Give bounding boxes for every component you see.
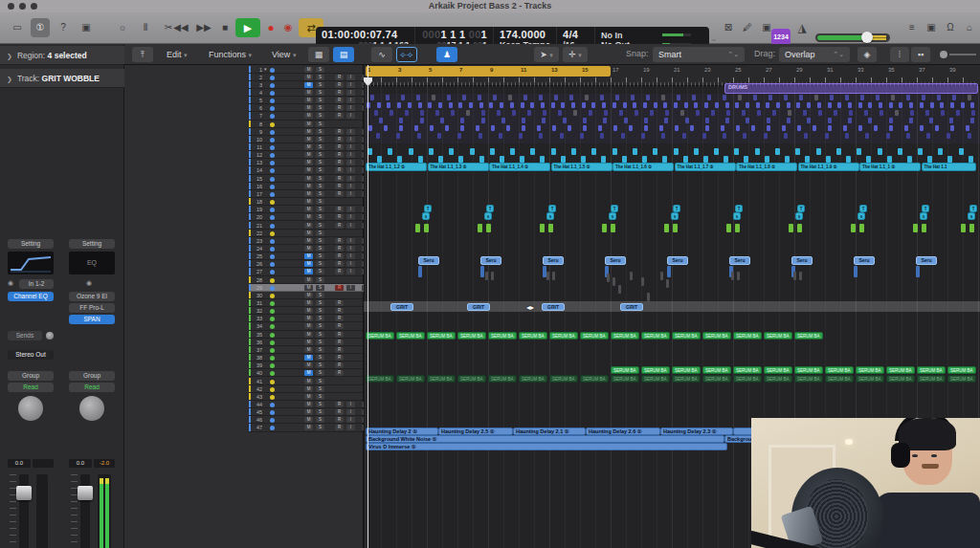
serum-midi-region[interactable]: Seru xyxy=(729,256,750,265)
pan-knob[interactable] xyxy=(18,396,43,421)
drums-folder-region[interactable]: DRUMS xyxy=(724,83,978,94)
track-solo-button[interactable]: S xyxy=(316,293,324,298)
serum-audio-region[interactable]: SERUM BA xyxy=(733,366,762,374)
track-solo-button[interactable]: S xyxy=(316,394,324,400)
track-record-button[interactable]: R xyxy=(335,238,344,244)
track-input-monitor-button[interactable]: I xyxy=(346,285,355,291)
track-record-button[interactable]: R xyxy=(335,137,344,142)
serum-audio-region[interactable]: SERUM BA xyxy=(764,375,792,383)
serum-audio-region[interactable]: SERUM BA xyxy=(794,366,823,374)
track-mute-button[interactable]: M xyxy=(304,238,313,244)
track-solo-button[interactable]: S xyxy=(316,261,324,267)
serum-audio-region[interactable]: SERUM BA xyxy=(825,375,854,383)
serum-audio-region[interactable]: SERUM BA xyxy=(549,332,578,340)
track-solo-button[interactable]: S xyxy=(316,75,324,80)
track-record-button[interactable]: R xyxy=(335,300,344,306)
send-knob[interactable] xyxy=(46,332,54,340)
stacked-region-s[interactable]: s xyxy=(609,212,616,220)
v-zoom-slider[interactable] xyxy=(949,54,976,55)
track-input-monitor-button[interactable]: I xyxy=(346,409,355,415)
track-solo-button[interactable]: S xyxy=(316,67,324,73)
view-menu[interactable]: View ▾ xyxy=(264,47,303,62)
serum-audio-region[interactable]: SERUM BA xyxy=(672,332,701,340)
track-mute-button[interactable]: M xyxy=(304,90,313,96)
track-input-monitor-button[interactable]: I xyxy=(346,152,355,158)
output-fader[interactable] xyxy=(80,474,90,548)
track-record-button[interactable]: R xyxy=(335,98,344,103)
serum-audio-region[interactable]: SERUM BA xyxy=(641,366,670,374)
track-solo-button[interactable]: S xyxy=(316,402,324,407)
track-input-monitor-button[interactable]: I xyxy=(346,425,355,430)
output-automation-mode[interactable]: Read xyxy=(69,383,115,392)
track-input-monitor-button[interactable]: I xyxy=(346,207,355,212)
track-record-button[interactable]: R xyxy=(335,340,344,345)
grit-midi-region[interactable]: GRIT xyxy=(390,303,413,311)
output-volume-value[interactable]: 0.0 xyxy=(69,459,92,468)
track-record-button[interactable]: R xyxy=(335,82,344,88)
track-input-monitor-button[interactable]: I xyxy=(346,238,355,244)
stacked-region-t[interactable]: T xyxy=(486,205,494,212)
track-solo-button[interactable]: S xyxy=(316,277,324,283)
track-mute-button[interactable]: M xyxy=(304,261,313,267)
drag-dropdown[interactable]: Overlap⌃⌄ xyxy=(779,47,850,62)
automation-mode-button[interactable]: Read xyxy=(8,383,54,392)
serum-audio-region[interactable]: SERUM BA xyxy=(611,332,639,340)
track-mute-button[interactable]: M xyxy=(304,75,313,80)
audio-region[interactable]: Haunting Delay 2.5 ① xyxy=(438,427,513,435)
track-mute-button[interactable]: M xyxy=(304,355,313,361)
record-button[interactable]: ● xyxy=(262,18,279,37)
output-format-icon[interactable]: ◉ xyxy=(86,279,96,289)
serum-audio-region[interactable]: SERUM BA xyxy=(488,375,517,383)
track-solo-button[interactable]: S xyxy=(316,269,324,274)
track-mute-button[interactable]: M xyxy=(304,402,313,407)
track-mute-button[interactable]: M xyxy=(304,340,313,345)
mixer-icon[interactable]: ⫴ xyxy=(136,18,155,37)
serum-audio-region[interactable]: SERUM BA xyxy=(549,375,578,383)
track-mute-button[interactable]: M xyxy=(304,167,313,173)
track-mute-button[interactable]: M xyxy=(304,285,313,291)
serum-audio-region[interactable]: SERUM BA xyxy=(672,375,701,383)
stacked-region-s[interactable]: s xyxy=(546,212,554,220)
toolbar-icon[interactable]: ▣ xyxy=(77,18,96,37)
track-record-button[interactable]: R xyxy=(335,223,344,229)
track-mute-button[interactable]: M xyxy=(304,98,313,103)
serum-audio-region[interactable]: SERUM BA xyxy=(764,332,792,340)
track-record-button[interactable]: R xyxy=(335,144,344,150)
disclosure-triangle-icon[interactable]: ▾ xyxy=(264,66,267,72)
track-mute-button[interactable]: M xyxy=(304,152,313,158)
stacked-region-t[interactable]: T xyxy=(735,205,743,212)
track-solo-button[interactable]: S xyxy=(316,417,324,423)
play-button[interactable]: ▶ xyxy=(235,18,260,37)
output-pan-knob[interactable] xyxy=(79,396,104,421)
serum-audio-region[interactable]: SERUM BA xyxy=(611,366,639,374)
stacked-region-t[interactable]: T xyxy=(424,205,432,212)
track-input-monitor-button[interactable]: I xyxy=(346,246,355,252)
channel-setting-button[interactable]: Setting xyxy=(8,239,54,249)
track-record-button[interactable]: R xyxy=(335,347,344,353)
serum-audio-region[interactable]: SERUM BA xyxy=(427,332,456,340)
stacked-region-t[interactable]: T xyxy=(548,205,556,212)
track-solo-button[interactable]: S xyxy=(316,184,324,189)
track-mute-button[interactable]: M xyxy=(304,137,313,142)
track-record-button[interactable]: R xyxy=(335,152,344,158)
capture-recording-button[interactable]: ◉ xyxy=(279,18,297,37)
track-solo-button[interactable]: S xyxy=(316,332,324,338)
track-input-monitor-button[interactable]: I xyxy=(346,82,355,88)
lcd-chevron-icon[interactable]: ⌄ xyxy=(710,33,718,43)
track-mute-button[interactable]: M xyxy=(304,300,313,306)
waveform-zoom-button[interactable]: ◈ xyxy=(858,47,877,62)
track-mute-button[interactable]: M xyxy=(304,332,313,338)
edit-menu[interactable]: Edit ▾ xyxy=(159,47,195,62)
track-mute-button[interactable]: M xyxy=(304,230,313,236)
input-slot[interactable]: In 1-2 xyxy=(19,279,54,289)
track-record-button[interactable]: R xyxy=(335,332,344,338)
automation-button[interactable]: ∿ xyxy=(371,47,392,62)
track-mute-button[interactable]: M xyxy=(304,269,313,274)
hat-midi-region[interactable]: The Hat 1.1 xyxy=(922,163,977,171)
serum-audio-region[interactable]: SERUM BA xyxy=(825,366,854,374)
output-group-slot[interactable]: Group xyxy=(69,371,115,381)
serum-audio-region[interactable]: SERUM BA xyxy=(427,375,456,383)
plugin-slot-span[interactable]: SPAN xyxy=(69,315,115,324)
track-mute-button[interactable]: M xyxy=(304,105,313,111)
track-mute-button[interactable]: M xyxy=(304,362,313,368)
